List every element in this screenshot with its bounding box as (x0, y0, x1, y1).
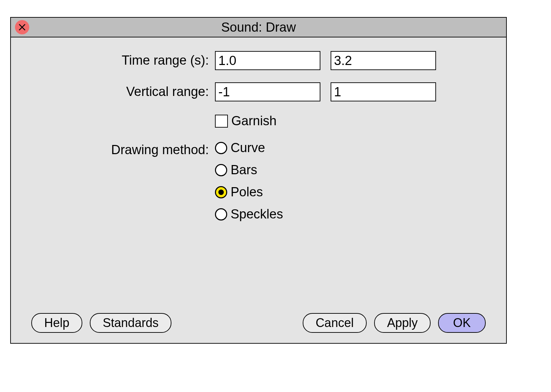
garnish-label: Garnish (231, 114, 277, 128)
time-range-from-input[interactable] (215, 51, 320, 70)
close-icon (18, 23, 27, 32)
drawing-method-label: Drawing method: (31, 141, 215, 157)
dialog-window: Sound: Draw Time range (s): Vertical ran… (10, 17, 507, 344)
time-range-label: Time range (s): (31, 51, 215, 68)
vertical-range-label: Vertical range: (31, 82, 215, 99)
radio-icon (215, 164, 227, 176)
garnish-checkbox[interactable]: Garnish (215, 114, 277, 128)
checkbox-icon (215, 115, 228, 128)
radio-option-poles[interactable]: Poles (215, 185, 283, 199)
radio-option-bars[interactable]: Bars (215, 163, 283, 177)
garnish-row: Garnish (31, 114, 486, 128)
radio-icon (215, 186, 227, 198)
radio-option-speckles[interactable]: Speckles (215, 207, 283, 222)
radio-icon (215, 208, 227, 220)
apply-button[interactable]: Apply (374, 313, 431, 333)
time-range-to-input[interactable] (331, 51, 436, 70)
vertical-range-from-input[interactable] (215, 82, 320, 101)
button-bar: Help Standards Cancel Apply OK (31, 306, 486, 333)
close-button[interactable] (15, 20, 29, 34)
dialog-content: Time range (s): Vertical range: (11, 37, 506, 343)
titlebar: Sound: Draw (11, 18, 506, 37)
radio-option-curve[interactable]: Curve (215, 141, 283, 155)
time-range-row: Time range (s): (31, 51, 486, 70)
vertical-range-to-input[interactable] (331, 82, 436, 101)
form-area: Time range (s): Vertical range: (31, 51, 486, 306)
radio-label: Speckles (231, 207, 283, 222)
radio-label: Bars (231, 163, 257, 177)
ok-button[interactable]: OK (438, 313, 486, 333)
standards-button[interactable]: Standards (90, 313, 171, 333)
radio-icon (215, 142, 227, 154)
drawing-method-row: Drawing method: Curve Bars P (31, 141, 486, 222)
vertical-range-row: Vertical range: (31, 82, 486, 101)
radio-label: Curve (231, 141, 265, 155)
radio-label: Poles (231, 185, 263, 199)
drawing-method-radio-group: Curve Bars Poles Speckles (215, 141, 283, 222)
dialog-title: Sound: Draw (11, 20, 506, 35)
help-button[interactable]: Help (31, 313, 82, 333)
cancel-button[interactable]: Cancel (303, 313, 367, 333)
